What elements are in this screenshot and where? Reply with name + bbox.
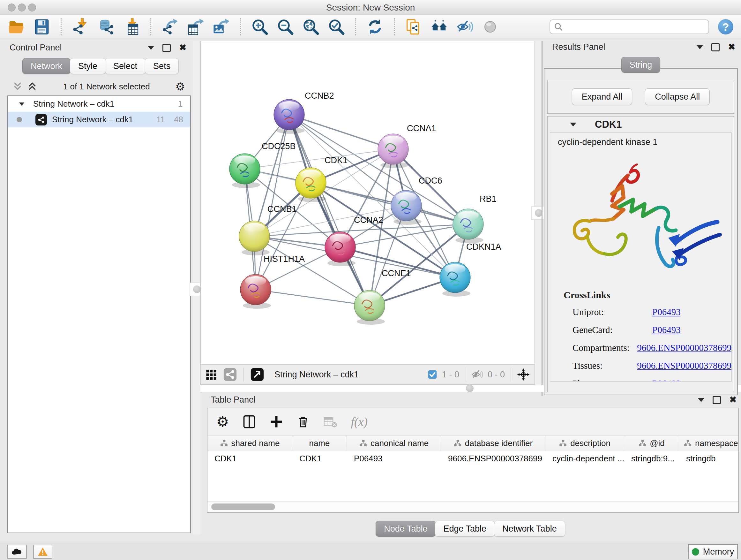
tab-sets[interactable]: Sets xyxy=(145,58,179,74)
expand-all-networks-icon[interactable] xyxy=(27,81,38,92)
detach-view-icon[interactable] xyxy=(250,368,264,381)
import-network-from-file-button[interactable] xyxy=(72,18,89,36)
close-panel-icon[interactable]: ✖ xyxy=(179,44,186,52)
graph-node-CCNA1[interactable] xyxy=(378,134,408,168)
tissues-link[interactable]: 9606.ENSP00000378699 xyxy=(637,361,731,371)
network-collection-row[interactable]: String Network – cdk1 1 xyxy=(8,96,190,112)
float-panel-icon[interactable] xyxy=(711,43,720,51)
graph-node-CCNB2[interactable] xyxy=(274,99,305,134)
column-header-namespace[interactable]: namespace xyxy=(679,435,738,451)
graph-node-CDK1[interactable] xyxy=(295,168,326,202)
collapse-all-networks-icon[interactable] xyxy=(12,81,23,92)
graph-node-CDC6[interactable] xyxy=(391,190,421,225)
graph-node-RB1[interactable] xyxy=(453,209,483,243)
grid-view-icon[interactable] xyxy=(205,368,218,381)
graph-node-CCNB1[interactable] xyxy=(239,221,270,255)
tab-select[interactable]: Select xyxy=(105,58,145,74)
panel-menu-icon[interactable] xyxy=(697,45,703,49)
panel-menu-icon[interactable] xyxy=(148,46,154,50)
tab-network-table[interactable]: Network Table xyxy=(494,521,565,537)
import-network-from-database-button[interactable] xyxy=(97,18,115,36)
uniprot-link[interactable]: P06493 xyxy=(652,307,681,317)
cloud-status-button[interactable] xyxy=(7,545,27,559)
network-view-icon-disabled xyxy=(223,368,237,381)
search-input[interactable] xyxy=(565,22,704,32)
warnings-button[interactable] xyxy=(33,545,52,559)
birds-eye-view-icon[interactable] xyxy=(517,368,530,381)
graph-node-CDKN1A[interactable] xyxy=(440,262,470,297)
collection-expander-icon[interactable] xyxy=(19,103,24,106)
delete-table-icon-disabled xyxy=(323,415,337,429)
first-neighbors-button[interactable] xyxy=(430,18,448,36)
cloud-icon xyxy=(11,548,23,556)
table-row[interactable]: CDK1 CDK1 P06493 9606.ENSP00000378699 cy… xyxy=(207,451,738,466)
graph-node-CDC25B[interactable] xyxy=(229,153,260,188)
memory-status-icon xyxy=(692,548,699,556)
network-options-gear-icon[interactable]: ⚙ xyxy=(176,80,185,93)
import-table-from-file-button[interactable] xyxy=(123,18,140,36)
clone-network-button[interactable] xyxy=(405,18,422,36)
close-panel-icon[interactable]: ✖ xyxy=(728,43,735,51)
help-button[interactable]: ? xyxy=(718,19,733,35)
genecard-link[interactable]: P06493 xyxy=(652,325,681,335)
create-column-icon[interactable] xyxy=(270,415,283,428)
zoom-fit-button[interactable] xyxy=(302,18,320,36)
show-columns-icon[interactable] xyxy=(242,415,256,429)
title-bar: Session: New Session xyxy=(0,0,741,15)
tab-network[interactable]: Network xyxy=(22,58,71,74)
memory-button[interactable]: Memory xyxy=(688,544,738,559)
gene-section: CDK1 cyclin-dependent kinase 1 CrossLink… xyxy=(547,116,734,392)
graph-node-CCNE1[interactable] xyxy=(354,290,385,325)
table-horizontal-scrollbar[interactable] xyxy=(207,501,738,512)
node-label-CCNA2: CCNA2 xyxy=(354,215,383,225)
collapse-all-button[interactable]: Collapse All xyxy=(645,88,710,105)
graph-node-HIST1H1A[interactable] xyxy=(240,274,271,309)
horizontal-splitter-handle[interactable] xyxy=(466,384,474,392)
tab-string[interactable]: String xyxy=(621,57,661,73)
node-label-CCNE1: CCNE1 xyxy=(382,268,411,278)
memory-label: Memory xyxy=(703,547,734,557)
expand-all-button[interactable]: Expand All xyxy=(572,88,632,105)
network-view[interactable]: CCNB2CCNA1CDC25BCDK1CDC6RB1CCNB1CCNA2CDK… xyxy=(200,41,535,385)
refresh-layout-button[interactable] xyxy=(366,18,384,36)
table-options-gear-icon[interactable]: ⚙ xyxy=(216,415,229,429)
zoom-selected-button[interactable] xyxy=(328,18,345,36)
tab-node-table[interactable]: Node Table xyxy=(376,521,435,537)
tab-style[interactable]: Style xyxy=(70,58,106,74)
network-row-selected[interactable]: String Network – cdk1 11 48 xyxy=(8,112,190,127)
column-header-description[interactable]: description xyxy=(545,435,624,451)
panel-menu-icon[interactable] xyxy=(698,398,704,402)
compartments-link[interactable]: 9606.ENSP00000378699 xyxy=(637,343,731,353)
tab-edge-table[interactable]: Edge Table xyxy=(435,521,495,537)
column-type-icon xyxy=(559,439,567,447)
scrollbar-thumb[interactable] xyxy=(211,503,275,510)
column-header-id[interactable]: @id xyxy=(624,435,679,451)
delete-column-icon[interactable] xyxy=(296,415,310,428)
zoom-in-button[interactable] xyxy=(251,18,268,36)
column-type-icon xyxy=(454,439,462,447)
search-field[interactable] xyxy=(549,19,709,34)
crosslink-row: Tissues: 9606.ENSP00000378699 xyxy=(572,357,731,374)
hide-selected-button[interactable] xyxy=(456,18,473,36)
float-panel-icon[interactable] xyxy=(162,44,171,52)
column-header-canonical-name[interactable]: canonical name xyxy=(347,435,441,451)
graph-node-CCNA2[interactable] xyxy=(325,232,355,266)
zoom-out-button[interactable] xyxy=(277,18,294,36)
network-node-count: 11 xyxy=(156,115,165,125)
open-session-button[interactable] xyxy=(8,18,25,36)
column-header-database-identifier[interactable]: database identifier xyxy=(441,435,545,451)
export-image-button[interactable] xyxy=(212,18,230,36)
selected-checkbox-icon[interactable] xyxy=(427,369,437,380)
search-icon xyxy=(554,22,563,31)
export-table-button[interactable] xyxy=(187,18,204,36)
column-header-name[interactable]: name xyxy=(292,435,347,451)
cytoscape-window: Session: New Session xyxy=(0,0,741,560)
export-network-button[interactable] xyxy=(161,18,179,36)
close-panel-icon[interactable]: ✖ xyxy=(729,395,737,404)
network-canvas[interactable]: CCNB2CCNA1CDC25BCDK1CDC6RB1CCNB1CCNA2CDK… xyxy=(201,41,535,365)
gene-expander-icon[interactable] xyxy=(570,123,576,126)
float-panel-icon[interactable] xyxy=(713,396,721,404)
pharos-link[interactable]: P06493 xyxy=(652,378,681,382)
save-session-button[interactable] xyxy=(33,18,51,36)
column-header-shared-name[interactable]: shared name xyxy=(207,435,292,451)
